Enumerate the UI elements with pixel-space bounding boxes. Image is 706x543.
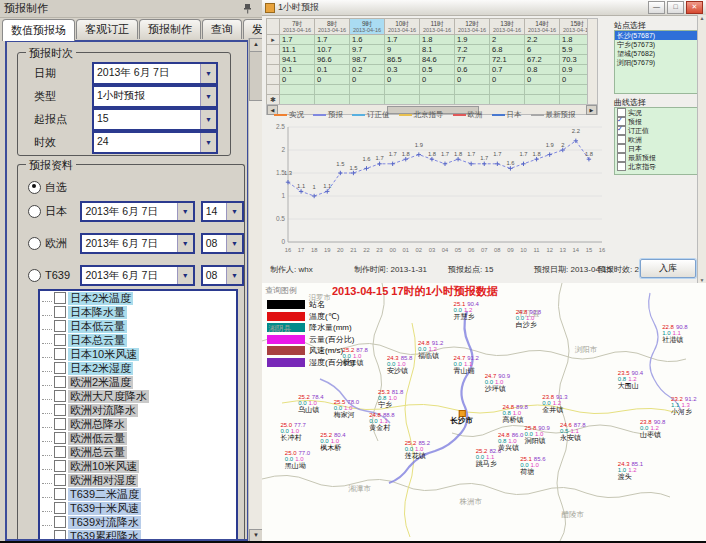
forecast-table[interactable]: 7时2013-04-168时2013-04-169时2013-04-1610时2… [266,18,595,105]
tab-预报制作[interactable]: 预报制作 [139,19,201,39]
tab-数值预报场[interactable]: 数值预报场 [2,19,75,41]
table-cell[interactable] [455,95,490,105]
table-cell[interactable]: 0 [350,75,385,85]
scroll-thumb[interactable] [249,51,263,101]
table-vscrollbar[interactable] [587,18,598,106]
tree-item[interactable]: 欧洲总降水 [40,417,236,431]
table-cell[interactable]: 0 [280,75,315,85]
table-cell[interactable]: 8.1 [420,45,455,55]
chevron-down-icon[interactable]: ▼ [177,267,193,284]
chevron-down-icon[interactable]: ▼ [177,235,193,252]
checkbox[interactable] [54,418,66,430]
table-cell[interactable]: 9.7 [350,45,385,55]
column-header[interactable]: 9时2013-04-16 [350,19,385,35]
field-combobox[interactable]: 15▼ [92,108,218,131]
table-cell[interactable]: 96.6 [315,55,350,65]
column-header[interactable]: 7时2013-04-16 [280,19,315,35]
table-cell[interactable] [455,85,490,95]
table-cell[interactable]: 1.7 [385,35,420,45]
tree-item[interactable]: 日本降水量 [40,305,236,319]
tab-查询[interactable]: 查询 [202,19,242,39]
tab-客观订正[interactable]: 客观订正 [76,19,138,39]
tree-item[interactable]: 欧洲低云量 [40,431,236,445]
table-cell[interactable]: 94.1 [280,55,315,65]
table-cell[interactable]: 0.2 [350,65,385,75]
table-cell[interactable] [420,85,455,95]
chevron-down-icon[interactable]: ▼ [200,110,216,129]
table-cell[interactable]: 0 [455,75,490,85]
checkbox[interactable] [54,516,66,528]
station-list-item[interactable]: 长沙(57687) [615,31,701,40]
field-combobox[interactable]: 24▼ [92,131,218,154]
tree-item[interactable]: 欧洲相对湿度 [40,473,236,487]
checkbox[interactable] [54,530,66,541]
table-cell[interactable] [350,95,385,105]
checkbox[interactable] [54,460,66,472]
table-cell[interactable] [420,95,455,105]
radio-button[interactable] [28,269,41,282]
table-cell[interactable]: 2.2 [525,35,560,45]
date-combobox[interactable]: 2013年 6月 7日▼ [80,265,194,286]
checkbox[interactable] [54,446,66,458]
table-cell[interactable]: 86.5 [385,55,420,65]
row-header[interactable] [267,85,280,95]
table-cell[interactable] [525,95,560,105]
tree-item[interactable]: 欧洲2米温度 [40,375,236,389]
close-button[interactable]: ✕ [686,1,703,14]
scroll-right-icon[interactable]: ▶ [586,105,597,115]
checkbox[interactable] [54,362,66,374]
field-combobox[interactable]: 2013年 6月 7日▼ [92,62,218,85]
checkbox[interactable] [617,126,626,135]
table-cell[interactable]: 72.1 [490,55,525,65]
chevron-down-icon[interactable]: ▼ [226,203,242,220]
table-cell[interactable]: 6.8 [490,45,525,55]
chevron-down-icon[interactable]: ▼ [200,133,216,152]
curve-list-item[interactable]: 北京指导 [615,162,701,171]
tree-item[interactable]: 日本低云量 [40,319,236,333]
chevron-down-icon[interactable]: ▼ [226,235,242,252]
checkbox[interactable] [54,488,66,500]
tree-item[interactable]: 日本10米风速 [40,347,236,361]
table-cell[interactable]: 11.1 [280,45,315,55]
checkbox[interactable] [54,306,66,318]
table-cell[interactable] [490,85,525,95]
table-cell[interactable]: 77 [455,55,490,65]
table-cell[interactable]: 10.7 [315,45,350,55]
checkbox[interactable] [617,153,626,162]
checkbox[interactable] [54,292,66,304]
hour-combobox[interactable]: 08▼ [201,233,244,254]
radio-button[interactable] [28,205,41,218]
station-list-item[interactable]: 浏阳(57679) [615,58,701,67]
checkbox[interactable] [617,135,626,144]
scroll-up-icon[interactable]: ▲ [249,38,263,52]
checkbox[interactable] [54,404,66,416]
row-header[interactable] [267,65,280,75]
column-header[interactable]: 8时2013-04-16 [315,19,350,35]
radio-button[interactable] [28,237,41,250]
row-header[interactable] [267,45,280,55]
checkbox[interactable] [54,320,66,332]
tree-item[interactable]: T639对流降水 [40,515,236,529]
checkbox[interactable] [54,474,66,486]
table-cell[interactable]: 0 [420,75,455,85]
table-cell[interactable] [280,85,315,95]
field-combobox[interactable]: 1小时预报▼ [92,85,218,108]
table-cell[interactable] [525,85,560,95]
station-listbox[interactable]: 长沙(57687)宁乡(57673)望城(57682)浏阳(57679) [614,30,702,94]
table-cell[interactable]: 0 [315,75,350,85]
table-cell[interactable]: 0.7 [490,65,525,75]
station-list-item[interactable]: 望城(57682) [615,49,701,58]
table-cell[interactable]: 0.1 [315,65,350,75]
column-header[interactable]: 14时2013-04-16 [525,19,560,35]
row-header[interactable] [267,75,280,85]
column-header[interactable]: 10时2013-04-16 [385,19,420,35]
table-cell[interactable] [280,95,315,105]
date-combobox[interactable]: 2013年 6月 7日▼ [80,201,194,222]
table-cell[interactable]: 1.8 [420,35,455,45]
table-cell[interactable]: 67.2 [525,55,560,65]
table-cell[interactable] [385,95,420,105]
row-header[interactable]: ✱ [267,95,280,105]
table-cell[interactable]: 6 [525,45,560,55]
scroll-down-icon[interactable]: ▼ [249,529,263,543]
table-cell[interactable] [350,85,385,95]
